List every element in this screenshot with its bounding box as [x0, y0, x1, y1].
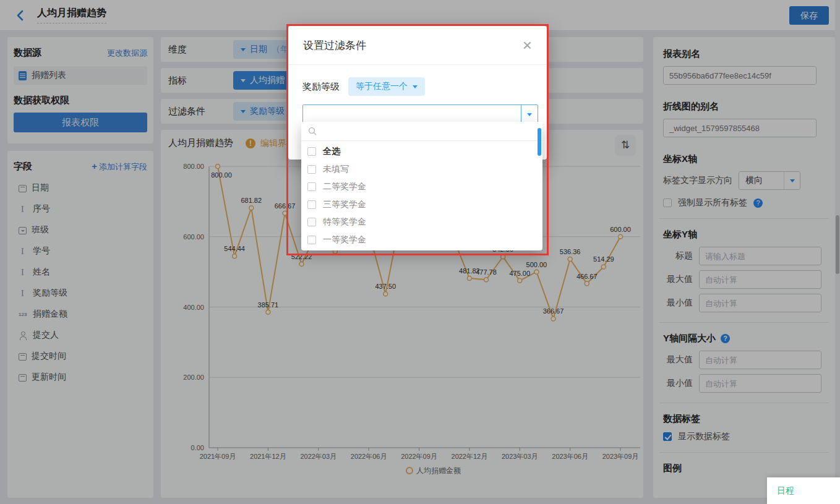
chevron-down-icon: [413, 85, 418, 91]
schedule-popup[interactable]: 日程: [767, 477, 840, 504]
schedule-popup-label: 日程: [777, 485, 794, 497]
chevron-down-icon: [527, 113, 532, 119]
filter-option[interactable]: 全选: [301, 143, 542, 161]
checkbox[interactable]: [307, 147, 316, 156]
options-list: 全选未填写二等奖学金三等奖学金特等奖学金一等奖学金: [301, 141, 542, 249]
options-search[interactable]: [301, 122, 542, 141]
dropdown-scrollbar-thumb[interactable]: [538, 128, 541, 156]
option-label: 全选: [323, 146, 340, 157]
filter-option[interactable]: 特等奖学金: [301, 213, 542, 231]
filter-option[interactable]: 二等奖学金: [301, 178, 542, 196]
option-label: 一等奖学金: [323, 234, 366, 246]
operator-select[interactable]: 等于任意一个: [348, 77, 425, 96]
checkbox[interactable]: [307, 200, 316, 209]
filter-option[interactable]: 一等奖学金: [301, 231, 542, 249]
option-label: 三等奖学金: [323, 199, 366, 210]
close-icon[interactable]: ×: [523, 37, 532, 53]
dialog-title: 设置过滤条件: [303, 38, 366, 53]
checkbox[interactable]: [307, 165, 316, 174]
checkbox[interactable]: [307, 182, 316, 191]
filter-value-input[interactable]: [303, 105, 521, 124]
checkbox[interactable]: [307, 218, 316, 226]
checkbox[interactable]: [307, 236, 316, 244]
filter-option[interactable]: 未填写: [301, 161, 542, 179]
filter-options-dropdown: 全选未填写二等奖学金三等奖学金特等奖学金一等奖学金: [301, 122, 542, 250]
option-label: 二等奖学金: [323, 181, 366, 192]
search-icon: [307, 126, 317, 136]
option-label: 特等奖学金: [323, 216, 366, 228]
option-label: 未填写: [323, 164, 349, 175]
filter-option[interactable]: 三等奖学金: [301, 196, 542, 214]
filter-field-label: 奖励等级: [302, 81, 340, 93]
